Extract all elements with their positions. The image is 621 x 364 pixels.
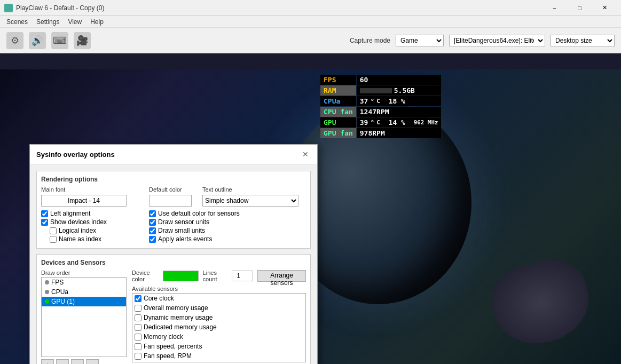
add-device-button[interactable]: + [41,359,54,364]
sensor-dynamic-memory[interactable]: Dynamic memory usage [132,313,305,322]
fps-label: FPS [320,75,356,85]
draw-order-cpua[interactable]: CPUa [42,287,126,297]
rendering-row: Main font Impact - 14 Left alignment Sho… [41,186,306,244]
capture-mode-label: Capture mode [350,37,390,44]
overlay-stats: FPS 60 RAM 5.5GB CPUa 37°C 18 % CPU fan … [320,75,441,138]
sensors-list: Core clock Overall memory usage Dynamic … [132,293,306,362]
text-outline-label: Text outline [202,186,298,193]
left-alignment-checkbox[interactable]: Left alignment [41,210,143,217]
menu-bar: Scenes Settings View Help [0,16,621,28]
sensor-memory-clock[interactable]: Memory clock [132,332,305,342]
lines-count-input[interactable] [232,271,253,281]
minimize-button[interactable]: − [543,0,567,16]
menu-settings[interactable]: Settings [32,17,64,27]
game-select[interactable]: [EliteDangerous64.exe]: Elite - Dar [449,35,545,46]
rendering-section-title: Rendering options [41,176,306,183]
arrange-sensors-button[interactable]: Arrange sensors [257,270,306,282]
left-options: Main font Impact - 14 Left alignment Sho… [41,186,143,244]
show-devices-index-checkbox[interactable]: Show devices index [41,218,143,226]
rendering-options-section: Rendering options Main font Impact - 14 … [36,171,311,249]
draw-order-list: FPS CPUa GPU (1) [41,277,127,357]
gpu-fan-label: GPU fan [320,128,356,138]
gpu-label: GPU [320,117,356,128]
draw-order-label: Draw order [41,270,127,276]
close-button[interactable]: ✕ [593,0,617,16]
dialog-close-button[interactable]: ✕ [300,149,311,160]
devices-row: Draw order FPS CPUa [41,270,306,364]
sensor-core-load[interactable]: Core load [132,361,305,362]
move-down-button[interactable]: ▼ [71,359,84,364]
default-color-box[interactable] [149,195,192,207]
use-default-color-checkbox[interactable]: Use default color for sensors [149,210,306,217]
device-color-box[interactable] [163,271,199,281]
apply-alerts-checkbox[interactable]: Apply alerts events [149,235,306,243]
main-background: FPS 60 RAM 5.5GB CPUa 37°C 18 % CPU fan … [0,69,621,364]
desktop-size-select[interactable]: Desktop size [551,35,615,46]
device-color-label: Device color [132,270,159,282]
name-as-index-checkbox[interactable]: Name as index [50,235,143,243]
settings-icon[interactable]: ⚙ [6,32,23,49]
right-col: Device color Lines count Arrange sensors… [132,270,306,362]
cpua-label: CPUa [320,96,356,106]
device-color-row: Device color Lines count Arrange sensors [132,270,306,282]
dialog-title: Sysinfo overlay options [36,151,115,159]
remove-device-button[interactable]: − [56,359,69,364]
menu-scenes[interactable]: Scenes [2,17,32,27]
right-options: Default color Text outline Simple shadow [149,186,306,244]
menu-help[interactable]: Help [86,17,108,27]
cpu-fan-value: 1247RPM [357,107,442,117]
draw-order-gpu[interactable]: GPU (1) [42,297,126,306]
text-outline-col: Text outline Simple shadow [202,186,298,207]
dialog-title-bar: Sysinfo overlay options ✕ [30,145,317,164]
move-up-button[interactable]: ▲ [86,359,99,364]
draw-sensor-units-checkbox[interactable]: Draw sensor units [149,218,306,226]
cpu-fan-label: CPU fan [320,107,356,117]
lines-count-label: Lines count [203,270,228,282]
spaceship [484,251,598,353]
sysinfo-dialog: Sysinfo overlay options ✕ Rendering opti… [29,144,318,364]
menu-view[interactable]: View [64,17,86,27]
dialog-body: Rendering options Main font Impact - 14 … [30,164,317,364]
sensor-overall-memory[interactable]: Overall memory usage [132,303,305,313]
draw-order-buttons: + − ▼ ▲ [41,359,127,364]
app-icon [4,4,13,12]
fps-value: 60 [357,75,442,85]
default-color-label: Default color [149,186,192,193]
main-font-label: Main font [41,186,143,193]
main-font-button[interactable]: Impact - 14 [41,195,127,207]
capture-mode-select[interactable]: Game [396,35,444,46]
title-bar: PlayClaw 6 - Default - Copy (0) − □ ✕ [0,0,621,16]
gpu-fan-value: 978RPM [357,128,442,138]
draw-order-dot-cpua [45,290,49,294]
sensor-fan-speed-rpm[interactable]: Fan speed, RPM [132,351,305,361]
logical-index-checkbox[interactable]: Logical index [50,227,143,234]
title-bar-buttons: − □ ✕ [543,0,617,16]
draw-order-dot-fps [45,280,49,284]
text-outline-select[interactable]: Simple shadow [202,195,298,207]
video-icon[interactable]: 🎥 [74,32,91,49]
ram-label: RAM [320,85,356,96]
toolbar: ⚙ 🔊 ⌨ 🎥 Capture mode Game [EliteDangerou… [0,28,621,53]
audio-icon[interactable]: 🔊 [29,32,46,49]
sensor-fan-speed-pct[interactable]: Fan speed, percents [132,342,305,351]
default-color-col: Default color [149,186,192,207]
draw-order-dot-gpu [45,299,49,304]
draw-order-fps[interactable]: FPS [42,278,126,287]
maximize-button[interactable]: □ [568,0,592,16]
app-title: PlayClaw 6 - Default - Copy (0) [16,4,543,12]
cpua-value: 37°C 18 % [357,96,442,106]
gpu-value: 39°C 14 % 962 MHz [357,117,442,128]
keyboard-icon[interactable]: ⌨ [51,32,68,49]
sensor-core-clock[interactable]: Core clock [132,294,305,303]
draw-small-units-checkbox[interactable]: Draw small units [149,227,306,234]
sensor-dedicated-memory[interactable]: Dedicated memory usage [132,322,305,332]
ram-value: 5.5GB [357,85,442,96]
devices-section-title: Devices and Sensors [41,259,306,266]
devices-section: Devices and Sensors Draw order FPS [36,254,311,364]
draw-order-col: Draw order FPS CPUa [41,270,127,364]
